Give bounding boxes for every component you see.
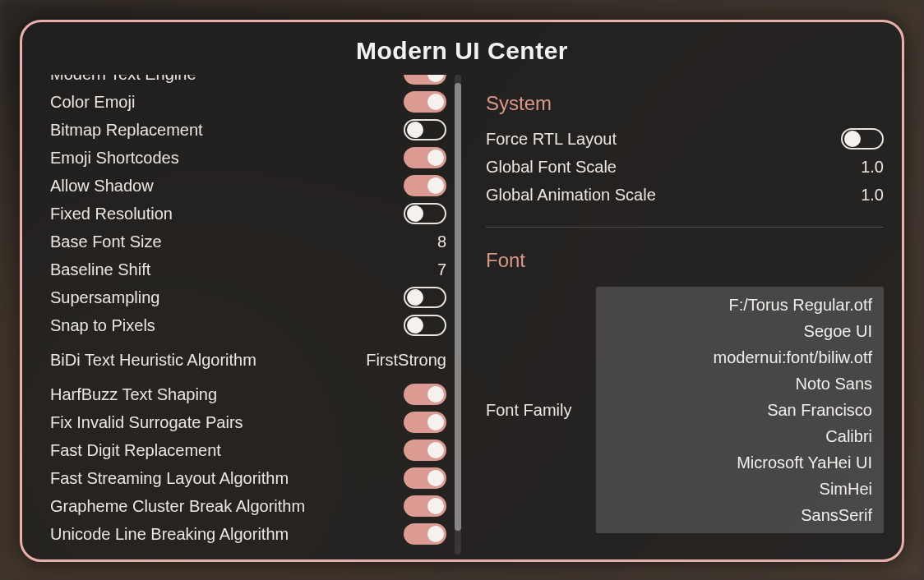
setting-label: Unicode Line Breaking Algorithm [50, 525, 289, 544]
label-global-font-scale: Global Font Scale [486, 158, 617, 177]
row-global-anim-scale[interactable]: Global Animation Scale 1.0 [486, 181, 884, 209]
toggle[interactable] [404, 75, 446, 85]
toggle[interactable] [404, 203, 446, 224]
setting-row: Color Emoji [50, 88, 446, 116]
setting-value: FirstStrong [366, 351, 446, 370]
section-header-system: System [486, 75, 884, 125]
setting-row: Allow Shadow [50, 172, 446, 200]
value-global-anim-scale: 1.0 [861, 186, 884, 205]
setting-row[interactable]: BiDi Text Heuristic AlgorithmFirstStrong [50, 346, 446, 374]
setting-row: Fix Invalid Surrogate Pairs [50, 408, 446, 436]
toggle[interactable] [404, 91, 446, 113]
left-scrollbar-thumb[interactable] [455, 83, 461, 531]
font-family-item[interactable]: Microsoft YaHei UI [608, 449, 872, 476]
divider [486, 227, 884, 228]
setting-row: Emoji Shortcodes [50, 144, 446, 172]
toggle[interactable] [404, 495, 446, 517]
setting-label: Snap to Pixels [50, 316, 155, 335]
font-family-item[interactable]: modernui:font/biliw.otf [608, 344, 872, 371]
row-global-font-scale[interactable]: Global Font Scale 1.0 [486, 153, 884, 181]
setting-label: Base Font Size [50, 232, 162, 251]
label-font-family: Font Family [486, 401, 571, 420]
settings-panel: Modern UI Center Modern Text EngineColor… [20, 20, 904, 562]
setting-label: HarfBuzz Text Shaping [50, 385, 217, 404]
setting-row: Fixed Resolution [50, 200, 446, 228]
toggle[interactable] [404, 119, 446, 140]
font-family-item[interactable]: San Francisco [608, 397, 872, 423]
setting-row: Fast Streaming Layout Algorithm [50, 464, 446, 492]
setting-label: Color Emoji [50, 93, 135, 112]
font-family-item[interactable]: SansSerif [608, 502, 872, 528]
label-force-rtl: Force RTL Layout [486, 130, 617, 149]
left-column: Modern Text EngineColor EmojiBitmap Repl… [50, 75, 461, 555]
setting-row: Snap to Pixels [50, 311, 446, 339]
setting-row: Grapheme Cluster Break Algorithm [50, 492, 446, 520]
font-family-item[interactable]: SimHei [608, 476, 872, 502]
setting-label: Baseline Shift [50, 260, 150, 279]
font-family-item[interactable]: Calibri [608, 423, 872, 449]
toggle[interactable] [404, 523, 446, 545]
setting-label: Allow Shadow [50, 177, 154, 196]
setting-row: HarfBuzz Text Shaping [50, 380, 446, 408]
setting-value: 8 [437, 232, 446, 251]
toggle[interactable] [404, 315, 446, 336]
setting-row[interactable]: Base Font Size8 [50, 228, 446, 255]
toggle-force-rtl[interactable] [841, 128, 884, 150]
panel-title: Modern UI Center [22, 22, 902, 75]
setting-label: Supersampling [50, 288, 159, 307]
toggle[interactable] [404, 287, 446, 308]
setting-label: Grapheme Cluster Break Algorithm [50, 497, 305, 516]
toggle[interactable] [404, 440, 446, 461]
setting-row: Bitmap Replacement [50, 116, 446, 144]
font-family-item[interactable]: F:/Torus Regular.otf [608, 292, 872, 318]
setting-row: Unicode Line Breaking Algorithm [50, 520, 446, 548]
setting-label: Fix Invalid Surrogate Pairs [50, 413, 243, 432]
setting-label: Fast Digit Replacement [50, 441, 221, 460]
font-family-block: Font Family F:/Torus Regular.otfSegoe UI… [486, 287, 884, 533]
setting-label: Modern Text Engine [50, 75, 196, 84]
value-global-font-scale: 1.0 [861, 158, 884, 177]
toggle[interactable] [404, 467, 446, 489]
setting-row: Fast Digit Replacement [50, 436, 446, 464]
row-force-rtl: Force RTL Layout [486, 125, 884, 153]
toggle[interactable] [404, 384, 446, 405]
setting-label: Fixed Resolution [50, 205, 173, 223]
font-family-list[interactable]: F:/Torus Regular.otfSegoe UImodernui:fon… [596, 287, 884, 533]
toggle[interactable] [404, 412, 446, 433]
left-scrollbar-track[interactable] [455, 75, 461, 555]
setting-value: 7 [437, 260, 446, 279]
setting-label: Bitmap Replacement [50, 121, 203, 140]
section-header-font: Font [486, 231, 884, 282]
setting-row[interactable]: Baseline Shift7 [50, 255, 446, 283]
setting-row: Supersampling [50, 283, 446, 311]
font-family-item[interactable]: Segoe UI [608, 318, 872, 344]
toggle[interactable] [404, 175, 446, 196]
label-global-anim-scale: Global Animation Scale [486, 186, 656, 205]
font-family-item[interactable]: Noto Sans [608, 371, 872, 397]
setting-row: Modern Text Engine [50, 75, 446, 88]
setting-label: BiDi Text Heuristic Algorithm [50, 351, 256, 370]
setting-label: Fast Streaming Layout Algorithm [50, 469, 289, 488]
setting-label: Emoji Shortcodes [50, 149, 179, 168]
right-column: System Force RTL Layout Global Font Scal… [486, 75, 884, 555]
toggle[interactable] [404, 147, 446, 168]
